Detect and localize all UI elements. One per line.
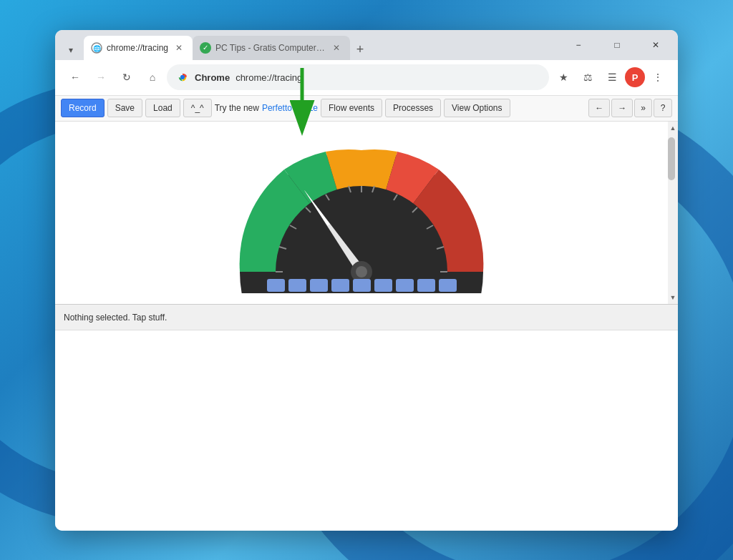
segment-4: [331, 279, 349, 292]
help-button[interactable]: ?: [654, 99, 672, 117]
detail-panel[interactable]: [55, 330, 678, 531]
segment-5: [353, 279, 371, 292]
svg-point-24: [356, 266, 367, 277]
address-bar[interactable]: Chrome chrome://tracing: [167, 64, 549, 90]
window-controls: − □ ✕: [562, 34, 672, 56]
trace-view[interactable]: [55, 122, 668, 305]
segment-8: [417, 279, 435, 292]
scroll-up-arrow[interactable]: ▲: [668, 123, 678, 133]
tracing-toolbar: Record Save Load ^_^ Try the new Perfett…: [55, 96, 678, 122]
minimize-button[interactable]: −: [562, 34, 595, 56]
tab-strip: ▾ 🌐 chrome://tracing ✕ ✓ PC Tips - Grati…: [61, 30, 553, 60]
svg-point-5: [180, 75, 185, 79]
toolbar-navigation: ← → » ?: [588, 99, 672, 117]
gauge-segments-bar: [55, 279, 668, 299]
segment-3: [310, 279, 328, 292]
perfetto-link[interactable]: Perfetto UI!: [262, 103, 306, 113]
close-button[interactable]: ✕: [639, 34, 672, 56]
refresh-button[interactable]: ↻: [115, 66, 138, 89]
tab-inactive[interactable]: ✓ PC Tips - Gratis Computer Tips... ✕: [193, 36, 350, 60]
tab-title-inactive: PC Tips - Gratis Computer Tips...: [215, 43, 326, 53]
tab-close-button[interactable]: ✕: [173, 41, 185, 54]
scroll-down-arrow[interactable]: ▼: [668, 293, 678, 303]
scroll-thumb[interactable]: [668, 137, 675, 180]
segment-6: [374, 279, 392, 292]
try-new-text: Try the new: [215, 103, 259, 113]
address-text: chrome://tracing: [236, 72, 540, 83]
tab-active[interactable]: 🌐 chrome://tracing ✕: [84, 36, 193, 60]
segment-2: [288, 279, 306, 292]
nav-actions: ★ ⚖ ☰ P ⋮: [552, 66, 669, 89]
title-bar: ▾ 🌐 chrome://tracing ✕ ✓ PC Tips - Grati…: [55, 30, 678, 60]
profile-sync-button[interactable]: ☰: [601, 66, 623, 89]
flow-events-button[interactable]: Flow events: [321, 99, 382, 117]
forward-button[interactable]: →: [89, 66, 112, 89]
site-label: Chrome: [195, 72, 230, 83]
status-bar: Nothing selected. Tap stuff.: [55, 304, 678, 330]
speedometer-gauge: [225, 136, 497, 293]
view-options-button[interactable]: View Options: [444, 99, 510, 117]
maximize-button[interactable]: □: [601, 34, 634, 56]
back-button[interactable]: ←: [64, 66, 87, 89]
chrome-logo-icon: [176, 71, 189, 84]
extensions-button[interactable]: ⚖: [576, 66, 599, 89]
gauge-container: [55, 122, 668, 300]
segment-1: [267, 279, 285, 292]
nav-expand-button[interactable]: »: [634, 99, 652, 117]
learn-more-link[interactable]: Le: [309, 103, 318, 113]
load-button[interactable]: Load: [145, 99, 180, 117]
new-tab-button[interactable]: +: [350, 40, 370, 60]
home-button[interactable]: ⌂: [141, 66, 164, 89]
tab-favicon-check: ✓: [200, 42, 211, 54]
navigation-bar: ← → ↻ ⌂ Chrome chrome://tracing ★ ⚖ ☰ P …: [55, 60, 678, 96]
nav-next-button[interactable]: →: [611, 99, 633, 117]
tab-favicon-chrome: 🌐: [91, 42, 102, 54]
tab-dropdown-button[interactable]: ▾: [61, 40, 81, 60]
caret-button[interactable]: ^_^: [183, 99, 212, 117]
tab-close-button-2[interactable]: ✕: [330, 41, 343, 54]
vertical-scrollbar[interactable]: ▲ ▼: [668, 122, 678, 305]
menu-button[interactable]: ⋮: [646, 66, 669, 89]
bookmark-button[interactable]: ★: [552, 66, 575, 89]
processes-button[interactable]: Processes: [385, 99, 441, 117]
tab-title-active: chrome://tracing: [107, 43, 168, 53]
profile-avatar[interactable]: P: [625, 67, 645, 87]
save-button[interactable]: Save: [107, 99, 142, 117]
record-button[interactable]: Record: [61, 99, 105, 117]
segment-7: [396, 279, 414, 292]
content-area: ▲ ▼: [55, 122, 678, 305]
svg-text:🌐: 🌐: [93, 44, 102, 53]
nav-prev-button[interactable]: ←: [588, 99, 610, 117]
status-text: Nothing selected. Tap stuff.: [64, 313, 167, 323]
segment-9: [439, 279, 457, 292]
